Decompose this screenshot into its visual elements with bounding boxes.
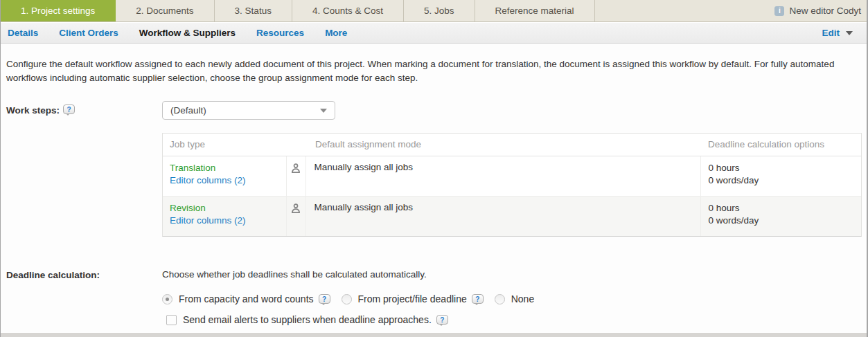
tab-documents[interactable]: 2. Documents [116, 0, 214, 21]
checkbox-label: Send email alerts to suppliers when dead… [183, 314, 432, 325]
column-header-icon [286, 134, 305, 156]
editor-columns-link[interactable]: Editor columns (2) [170, 215, 286, 227]
edit-button-label: Edit [822, 28, 840, 38]
dropdown-arrow-icon [320, 109, 327, 113]
radio-icon[interactable] [162, 294, 172, 304]
workflow-intro-text: Configure the default workflow assigned … [6, 57, 864, 85]
project-type-indicator: i New editor Codyt [774, 0, 867, 21]
user-icon [290, 163, 301, 176]
help-icon[interactable]: ? [436, 315, 448, 325]
help-icon[interactable]: ? [319, 294, 330, 304]
deadline-hours-value: 0 hours [709, 202, 862, 215]
nav-right-area: Edit [822, 28, 862, 38]
radio-from-project-deadline[interactable]: From project/file deadline ? [342, 293, 484, 304]
tab-counts-cost[interactable]: 4. Counts & Cost [292, 0, 404, 21]
tab-status[interactable]: 3. Status [215, 0, 292, 21]
deadline-calculation-description: Choose whether job deadlines shall be ca… [162, 269, 427, 280]
radio-label: None [511, 293, 534, 304]
checkbox-icon[interactable] [166, 315, 177, 325]
tab-bar-spacer [595, 0, 775, 21]
deadline-mode-radio-group: From capacity and word counts ? From pro… [162, 292, 545, 306]
help-icon[interactable]: ? [63, 104, 75, 114]
table-row: Revision Editor columns (2) Manually ass… [163, 196, 861, 236]
project-settings-page: 1. Project settings 2. Documents 3. Stat… [0, 0, 868, 337]
nav-item-resources[interactable]: Resources [256, 28, 304, 38]
assignment-mode-value: Manually assign all jobs [305, 196, 700, 236]
section-nav-bar: Details Client Orders Workflow & Supplie… [1, 23, 867, 44]
table-header-row: Job type Default assignment mode Deadlin… [163, 134, 861, 156]
work-steps-dropdown-value: (Default) [170, 105, 206, 116]
edit-button[interactable]: Edit [822, 28, 853, 38]
email-alert-option[interactable]: Send email alerts to suppliers when dead… [166, 314, 448, 325]
deadline-words-value: 0 words/day [709, 174, 862, 187]
radio-from-capacity[interactable]: From capacity and word counts ? [162, 293, 330, 304]
tab-project-settings[interactable]: 1. Project settings [1, 0, 116, 21]
user-icon [290, 203, 301, 216]
radio-label: From project/file deadline [358, 293, 467, 304]
tab-reference-material[interactable]: Reference material [475, 0, 595, 21]
radio-icon[interactable] [342, 294, 352, 304]
info-icon[interactable]: i [774, 6, 784, 16]
nav-item-client-orders[interactable]: Client Orders [59, 28, 118, 38]
assignment-mode-value: Manually assign all jobs [305, 156, 700, 196]
work-steps-label-text: Work steps: [6, 105, 60, 116]
bottom-panel-edge [1, 333, 867, 337]
radio-label: From capacity and word counts [179, 293, 314, 304]
nav-item-details[interactable]: Details [8, 28, 38, 38]
radio-none[interactable]: None [495, 293, 534, 304]
column-header-deadline-options: Deadline calculation options [700, 134, 861, 156]
chevron-down-icon [846, 31, 853, 35]
main-tab-bar: 1. Project settings 2. Documents 3. Stat… [1, 0, 867, 22]
nav-item-workflow-suppliers[interactable]: Workflow & Suppliers [139, 28, 236, 38]
deadline-hours-value: 0 hours [709, 162, 862, 174]
deadline-words-value: 0 words/day [709, 215, 862, 227]
job-type-label: Revision [170, 202, 286, 215]
job-type-label: Translation [170, 162, 286, 174]
deadline-calculation-label: Deadline calculation: [6, 270, 100, 280]
radio-icon[interactable] [495, 294, 505, 304]
nav-item-more[interactable]: More [325, 28, 347, 38]
tab-jobs[interactable]: 5. Jobs [404, 0, 475, 21]
work-steps-label: Work steps:? [6, 104, 75, 116]
project-type-label: New editor Codyt [789, 6, 861, 16]
help-icon[interactable]: ? [472, 294, 484, 304]
column-header-job-type: Job type [163, 134, 286, 156]
editor-columns-link[interactable]: Editor columns (2) [170, 174, 286, 187]
table-row: Translation Editor columns (2) Manually … [163, 156, 861, 196]
workflow-steps-table: Job type Default assignment mode Deadlin… [162, 133, 862, 237]
work-steps-dropdown[interactable]: (Default) [162, 101, 335, 120]
column-header-assignment-mode: Default assignment mode [305, 134, 700, 156]
